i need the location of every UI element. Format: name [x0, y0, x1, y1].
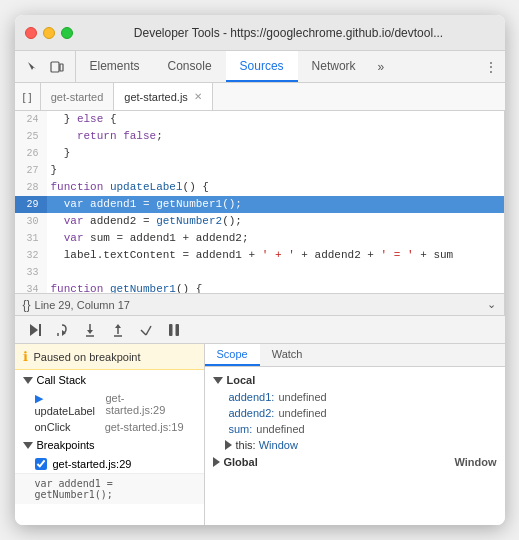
breakpoint-item-0: get-started.js:29 [15, 455, 204, 473]
code-panel: 24 } else { 25 return false; 26 } 27 } 2 [15, 111, 505, 315]
scope-content: Local addend1: undefined addend2: undefi… [205, 367, 505, 475]
scope-var-val-addend1: undefined [278, 391, 326, 403]
code-line-27: 27 } [15, 162, 504, 179]
tab-sources[interactable]: Sources [226, 51, 298, 82]
code-line-29: 29 var addend1 = getNumber1(); [15, 196, 504, 213]
call-stack-label: Call Stack [37, 374, 87, 386]
step-out-button[interactable] [107, 319, 129, 341]
bottom-panel: ℹ Paused on breakpoint Call Stack update… [15, 315, 505, 525]
traffic-lights [25, 27, 73, 39]
scope-var-name-addend1: addend1: [229, 391, 275, 403]
debugger-toolbar [15, 316, 505, 344]
code-line-25: 25 return false; [15, 128, 504, 145]
title-bar: Developer Tools - https://googlechrome.g… [15, 15, 505, 51]
minimize-button[interactable] [43, 27, 55, 39]
resize-handle[interactable]: ⌄ [487, 298, 496, 311]
file-tab-close-icon[interactable]: ✕ [194, 91, 202, 102]
top-tab-bar: Elements Console Sources Network » ⋮ [15, 51, 505, 83]
pause-on-exceptions-button[interactable] [163, 319, 185, 341]
step-into-button[interactable] [79, 319, 101, 341]
scope-var-val-addend2: undefined [278, 407, 326, 419]
code-line-28: 28 function updateLabel() { [15, 179, 504, 196]
svg-marker-7 [87, 330, 93, 334]
callstack-item-1[interactable]: onClick get-started.js:19 [15, 419, 204, 435]
svg-line-13 [146, 326, 151, 335]
chevron-right-icon-global [213, 457, 220, 467]
file-navigator-icon[interactable]: [ ] [15, 83, 41, 110]
local-scope-header[interactable]: Local [205, 371, 505, 389]
chevron-down-icon-local [213, 377, 223, 384]
maximize-button[interactable] [61, 27, 73, 39]
breakpoints-header[interactable]: Breakpoints [15, 435, 204, 455]
code-line-31: 31 var sum = addend1 + addend2; [15, 230, 504, 247]
scope-this-expandable[interactable]: this: Window [205, 437, 505, 453]
main-area: 24 } else { 25 return false; 26 } 27 } 2 [15, 111, 505, 315]
scope-tab-bar: Scope Watch [205, 344, 505, 367]
device-icon[interactable] [47, 57, 67, 77]
tab-network[interactable]: Network [298, 51, 370, 82]
step-over-button[interactable] [51, 319, 73, 341]
breakpoint-checkbox-0[interactable] [35, 458, 47, 470]
svg-marker-2 [30, 324, 38, 336]
close-button[interactable] [25, 27, 37, 39]
code-editor[interactable]: 24 } else { 25 return false; 26 } 27 } 2 [15, 111, 504, 293]
scope-var-val-sum: undefined [256, 423, 304, 435]
info-icon: ℹ [23, 349, 28, 364]
callstack-fn-1: onClick [35, 421, 71, 433]
debugger-right-panel: Scope Watch Local addend1: undefined [205, 344, 505, 525]
code-line-32: 32 label.textContent = addend1 + ' + ' +… [15, 247, 504, 264]
window-title: Developer Tools - https://googlechrome.g… [83, 26, 495, 40]
file-tab-get-started[interactable]: get-started [41, 83, 115, 110]
callstack-item-0[interactable]: updateLabel get-started.js:29 [15, 390, 204, 419]
breakpoint-code-preview: var addend1 = getNumber1(); [15, 473, 204, 504]
watch-tab[interactable]: Watch [260, 344, 315, 366]
code-line-26: 26 } [15, 145, 504, 162]
file-tab-get-started-js[interactable]: get-started.js ✕ [114, 83, 213, 110]
pause-message: Paused on breakpoint [34, 351, 141, 363]
scope-this-label: this: Window [236, 439, 298, 451]
file-tab-bar: [ ] get-started get-started.js ✕ [15, 83, 505, 111]
svg-marker-10 [115, 324, 121, 328]
breakpoints-label: Breakpoints [37, 439, 95, 451]
more-tabs-button[interactable]: » [370, 51, 393, 82]
svg-rect-0 [51, 62, 59, 72]
svg-line-12 [141, 330, 146, 335]
inspect-icon[interactable] [23, 57, 43, 77]
code-line-30: 30 var addend2 = getNumber2(); [15, 213, 504, 230]
code-line-24: 24 } else { [15, 111, 504, 128]
tab-icons [15, 51, 76, 82]
deactivate-breakpoints-button[interactable] [135, 319, 157, 341]
call-stack-header[interactable]: Call Stack [15, 370, 204, 390]
callstack-file-0: get-started.js:29 [105, 392, 183, 417]
local-scope-label: Local [227, 374, 256, 386]
debugger-left-panel: ℹ Paused on breakpoint Call Stack update… [15, 344, 205, 525]
scope-tab[interactable]: Scope [205, 344, 260, 366]
tab-console[interactable]: Console [154, 51, 226, 82]
breakpoint-file-0: get-started.js:29 [53, 458, 132, 470]
code-line-34: 34 function getNumber1() { [15, 281, 504, 293]
scope-var-name-addend2: addend2: [229, 407, 275, 419]
tab-elements[interactable]: Elements [76, 51, 154, 82]
cursor-position: Line 29, Column 17 [35, 299, 130, 311]
devtools-menu-button[interactable]: ⋮ [477, 51, 505, 82]
resume-button[interactable] [23, 319, 45, 341]
breakpoints-section: Breakpoints get-started.js:29 var addend… [15, 435, 204, 504]
bottom-split: ℹ Paused on breakpoint Call Stack update… [15, 344, 505, 525]
status-bar: {} Line 29, Column 17 ⌄ [15, 293, 504, 315]
svg-rect-1 [60, 64, 63, 71]
chevron-down-icon-bp [23, 442, 33, 449]
pause-banner: ℹ Paused on breakpoint [15, 344, 204, 370]
code-line-33: 33 [15, 264, 504, 281]
scope-var-sum: sum: undefined [205, 421, 505, 437]
callstack-file-1: get-started.js:19 [105, 421, 184, 433]
scope-var-addend1: addend1: undefined [205, 389, 505, 405]
scope-var-name-sum: sum: [229, 423, 253, 435]
svg-rect-3 [39, 324, 41, 336]
chevron-right-icon-this [225, 440, 232, 450]
svg-rect-15 [175, 324, 179, 336]
devtools-window: Developer Tools - https://googlechrome.g… [15, 15, 505, 525]
call-stack-section: Call Stack updateLabel get-started.js:29… [15, 370, 204, 435]
callstack-fn-0: updateLabel [35, 392, 106, 417]
scope-var-addend2: addend2: undefined [205, 405, 505, 421]
global-scope-header[interactable]: Global Window [205, 453, 505, 471]
